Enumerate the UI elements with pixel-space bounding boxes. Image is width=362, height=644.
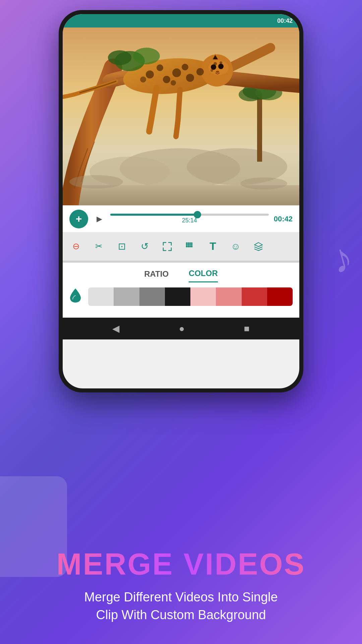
svg-point-22	[186, 74, 194, 82]
swatch-dark-red[interactable]	[267, 287, 293, 306]
swatch-red[interactable]	[242, 287, 267, 306]
svg-point-26	[214, 62, 217, 65]
text-tool-button[interactable]: T	[203, 236, 223, 257]
recent-nav-button[interactable]: ■	[244, 323, 250, 334]
svg-point-40	[186, 246, 188, 247]
svg-point-38	[188, 244, 189, 246]
emoji-tool-button[interactable]: ☺	[226, 236, 246, 257]
scissors-tool-button[interactable]: ✂	[89, 236, 109, 257]
svg-point-21	[182, 64, 188, 70]
swatch-light-gray[interactable]	[88, 287, 114, 306]
crop-tool-button[interactable]: ⊡	[112, 236, 132, 257]
tools-bar: ⊖ ✂ ⊡ ↺ T ☺	[63, 232, 299, 261]
svg-point-37	[186, 244, 188, 246]
time-display: 00:42	[274, 215, 293, 223]
rotate-tool-button[interactable]: ↺	[134, 236, 155, 257]
svg-point-30	[133, 48, 160, 64]
panel-area: RATIO COLOR	[63, 263, 299, 318]
svg-point-39	[189, 244, 191, 246]
add-button[interactable]: +	[69, 210, 88, 228]
scrubber-fill	[110, 214, 197, 216]
svg-point-41	[188, 246, 189, 247]
home-nav-button[interactable]: ●	[179, 323, 185, 334]
svg-point-32	[69, 175, 123, 189]
layers-tool-button[interactable]	[248, 236, 268, 257]
remove-tool-button[interactable]: ⊖	[66, 236, 86, 257]
water-drop-icon[interactable]	[69, 288, 81, 306]
svg-point-14	[216, 71, 219, 73]
svg-point-13	[218, 64, 224, 69]
bottom-section: MERGE VIDEOS Merge Different Videos Into…	[0, 547, 362, 624]
tab-color[interactable]: COLOR	[189, 269, 218, 282]
svg-point-33	[240, 177, 287, 190]
merge-title: MERGE VIDEOS	[13, 547, 349, 582]
phone-outer: 00:42	[59, 10, 303, 392]
swatch-black[interactable]	[165, 287, 190, 306]
timeline-position-label: 25:14	[110, 217, 269, 224]
svg-rect-5	[257, 95, 262, 162]
svg-point-17	[146, 70, 154, 78]
svg-point-42	[189, 246, 191, 247]
svg-point-31	[108, 50, 131, 65]
svg-point-45	[191, 246, 193, 247]
swatch-dark-gray[interactable]	[139, 287, 165, 306]
phone-screen: 00:42	[63, 14, 299, 388]
svg-point-28	[210, 69, 213, 72]
svg-point-35	[188, 242, 189, 244]
back-nav-button[interactable]: ◀	[112, 323, 120, 334]
svg-point-25	[171, 80, 176, 86]
svg-point-36	[189, 242, 191, 244]
svg-point-44	[191, 244, 193, 246]
bg-music-note: ♪	[326, 233, 358, 283]
nav-bar: ◀ ● ■	[63, 318, 299, 339]
swatch-medium-gray[interactable]	[114, 287, 139, 306]
expand-tool-button[interactable]	[157, 236, 177, 257]
grid-tool-button[interactable]	[180, 236, 200, 257]
play-button[interactable]: ▶	[93, 213, 105, 225]
svg-point-34	[186, 242, 188, 244]
merge-subtitle: Merge Different Videos Into SingleClip W…	[13, 588, 349, 624]
svg-point-19	[163, 76, 170, 83]
status-time: 00:42	[277, 17, 293, 24]
svg-point-20	[172, 68, 181, 77]
status-bar: 00:42	[63, 14, 299, 28]
svg-point-24	[140, 76, 146, 83]
tabs-row: RATIO COLOR	[63, 263, 299, 282]
color-swatches	[88, 287, 293, 306]
color-section	[63, 282, 299, 311]
video-scene-svg	[63, 28, 299, 205]
tab-ratio[interactable]: RATIO	[144, 269, 169, 282]
timeline-bar: + ▶ 25:14 00:42	[63, 205, 299, 232]
scrubber-thumb[interactable]	[194, 211, 201, 218]
scrubber-container: 25:14	[110, 214, 269, 224]
swatch-pink[interactable]	[216, 287, 241, 306]
svg-point-23	[196, 68, 204, 75]
svg-point-18	[157, 64, 163, 71]
svg-point-43	[191, 242, 193, 244]
video-frame	[63, 28, 299, 205]
svg-point-27	[220, 61, 222, 64]
scrubber-track[interactable]	[110, 214, 269, 216]
swatch-light-pink[interactable]	[190, 287, 216, 306]
phone-container: 00:42	[59, 10, 303, 392]
